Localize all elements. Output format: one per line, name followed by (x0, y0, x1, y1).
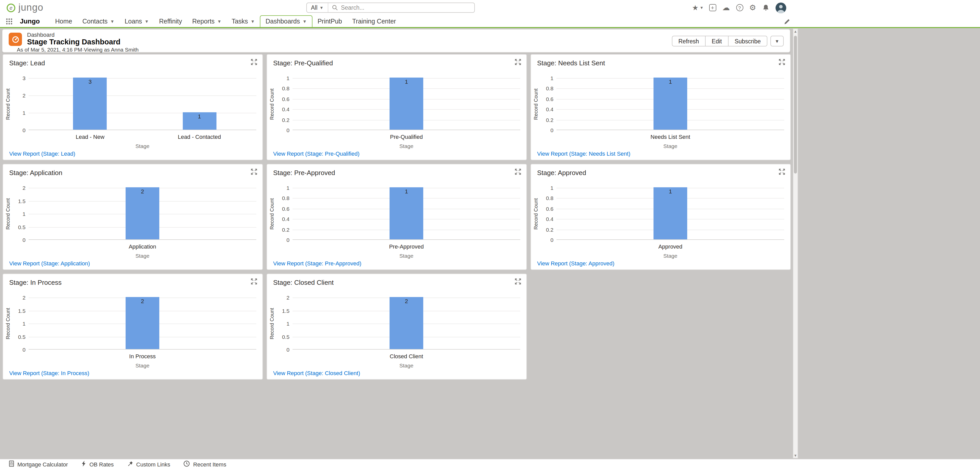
nav-tab-tasks[interactable]: Tasks▼ (226, 15, 260, 27)
global-search[interactable]: All ▼ Search... (306, 3, 475, 13)
notifications-bell-icon[interactable] (762, 4, 769, 11)
view-report-link[interactable]: View Report (Stage: Pre-Approved) (273, 260, 361, 266)
utility-item-recent-items[interactable]: Recent Items (177, 459, 233, 469)
nav-tab-contacts[interactable]: Contacts▼ (77, 15, 120, 27)
y-tick-label: 0.4 (267, 216, 290, 222)
bar-needs-list-sent[interactable] (654, 78, 687, 130)
nav-tab-loans[interactable]: Loans▼ (119, 15, 154, 27)
favorites-star-icon[interactable]: ★ (692, 3, 698, 12)
vertical-scrollbar[interactable]: ▲ ▼ (793, 29, 798, 458)
y-tick-label: 1 (267, 185, 290, 191)
view-report-link[interactable]: View Report (Stage: Closed Client) (273, 370, 360, 376)
help-icon[interactable]: ? (736, 4, 743, 11)
y-tick-label: 0.5 (3, 224, 25, 230)
favorites-caret-icon[interactable]: ▾ (700, 5, 703, 10)
chart-plot: 2 (29, 297, 256, 350)
y-tick-label: 0 (267, 347, 290, 353)
view-report-link[interactable]: View Report (Stage: Approved) (537, 260, 614, 266)
calculator-icon (9, 460, 14, 468)
nav-tab-dashboards[interactable]: Dashboards▼ (260, 15, 312, 27)
edit-button[interactable]: Edit (706, 36, 729, 46)
view-report-link[interactable]: View Report (Stage: In Process) (9, 370, 89, 376)
more-actions-button[interactable]: ▼ (770, 36, 784, 46)
panel-title: Stage: Lead (9, 59, 45, 67)
search-scope-dropdown[interactable]: All ▼ (307, 3, 328, 12)
x-axis-title: Stage (29, 362, 256, 369)
x-axis-title: Stage (293, 253, 520, 259)
x-category-label: Lead - New (49, 134, 131, 140)
expand-icon[interactable] (251, 278, 257, 285)
scrollbar-thumb[interactable] (794, 36, 797, 173)
view-report-link[interactable]: View Report (Stage: Lead) (9, 151, 75, 157)
bar-pre-approved[interactable] (390, 187, 423, 239)
expand-icon[interactable] (515, 59, 521, 65)
expand-icon[interactable] (779, 59, 785, 65)
bar-lead-new[interactable] (73, 78, 107, 130)
nav-tab-home[interactable]: Home (50, 15, 77, 27)
dashboard-panel-stage-lead: Stage: LeadRecord Count310123Lead - NewL… (3, 54, 263, 160)
edit-pencil-icon[interactable] (784, 18, 790, 27)
chevron-down-icon[interactable]: ▼ (110, 19, 115, 24)
view-report-link[interactable]: View Report (Stage: Needs List Sent) (537, 151, 630, 157)
bar-in-process[interactable] (126, 297, 159, 349)
y-tick-label: 0.8 (531, 195, 554, 201)
chevron-down-icon[interactable]: ▼ (302, 19, 307, 24)
panel-title: Stage: In Process (9, 279, 62, 286)
cloud-upload-icon[interactable]: ☁ (722, 3, 730, 12)
x-category-label: Lead - Contacted (159, 134, 240, 140)
search-input[interactable]: Search... (341, 5, 364, 11)
bar-application[interactable] (126, 187, 159, 239)
panel-title: Stage: Pre-Qualified (273, 59, 333, 67)
chevron-down-icon[interactable]: ▼ (250, 19, 255, 24)
y-tick-label: 0 (531, 127, 554, 133)
x-axis-title: Stage (557, 143, 784, 149)
utility-item-mortgage-calculator[interactable]: Mortgage Calculator (2, 459, 75, 469)
chart-plot: 1 (557, 78, 784, 130)
chart-plot: 1 (293, 188, 520, 240)
app-launcher-waffle-icon[interactable] (6, 15, 13, 27)
setup-gear-icon[interactable]: ⚙ (749, 3, 756, 12)
nav-tab-reports[interactable]: Reports▼ (187, 15, 226, 27)
bar-closed-client[interactable] (390, 297, 423, 349)
scroll-up-arrow[interactable]: ▲ (793, 30, 797, 33)
view-report-link[interactable]: View Report (Stage: Pre-Qualified) (273, 151, 360, 157)
expand-icon[interactable] (251, 169, 257, 175)
chevron-down-icon[interactable]: ▼ (217, 19, 221, 24)
user-avatar[interactable] (776, 2, 786, 13)
add-box-icon[interactable]: + (709, 4, 716, 11)
utility-item-custom-links[interactable]: Custom Links (121, 459, 177, 469)
expand-icon[interactable] (515, 169, 521, 175)
expand-icon[interactable] (251, 59, 257, 65)
nav-tab-reffinity[interactable]: Reffinity (154, 15, 187, 27)
bar-pre-qualified[interactable] (390, 78, 423, 130)
expand-icon[interactable] (515, 278, 521, 285)
y-tick-label: 0.4 (531, 216, 554, 222)
x-axis-title: Stage (293, 143, 520, 149)
page-header: Dashboard Stage Tracking Dashboard As of… (2, 29, 790, 52)
utility-item-ob-rates[interactable]: OB Rates (75, 459, 120, 469)
y-tick-label: 3 (3, 75, 25, 81)
nav-tab-training-center[interactable]: Training Center (347, 15, 401, 27)
bar-value-label: 1 (183, 113, 216, 119)
page-title: Stage Tracking Dashboard (27, 38, 121, 46)
subscribe-button[interactable]: Subscribe (729, 36, 767, 46)
view-report-link[interactable]: View Report (Stage: Application) (9, 260, 90, 266)
app-name: Jungo (20, 15, 40, 27)
scroll-down-arrow[interactable]: ▼ (793, 454, 797, 457)
nav-tab-label: Home (55, 17, 72, 25)
bar-approved[interactable] (654, 187, 687, 239)
chevron-down-icon: ▼ (320, 5, 324, 10)
y-tick-label: 0.5 (3, 334, 25, 340)
y-tick-label: 2 (3, 294, 25, 300)
utility-item-label: Recent Items (193, 461, 226, 467)
chart-plot: 1 (293, 78, 520, 130)
utility-item-label: OB Rates (89, 461, 114, 467)
nav-tab-printpub[interactable]: PrintPub (312, 15, 347, 27)
x-category-label: Needs List Sent (630, 134, 711, 140)
chart-plot: 2 (293, 297, 520, 350)
y-tick-label: 0.5 (267, 334, 290, 340)
expand-icon[interactable] (779, 169, 785, 175)
y-tick-label: 0 (3, 127, 25, 133)
refresh-button[interactable]: Refresh (672, 36, 706, 46)
chevron-down-icon[interactable]: ▼ (145, 19, 149, 24)
